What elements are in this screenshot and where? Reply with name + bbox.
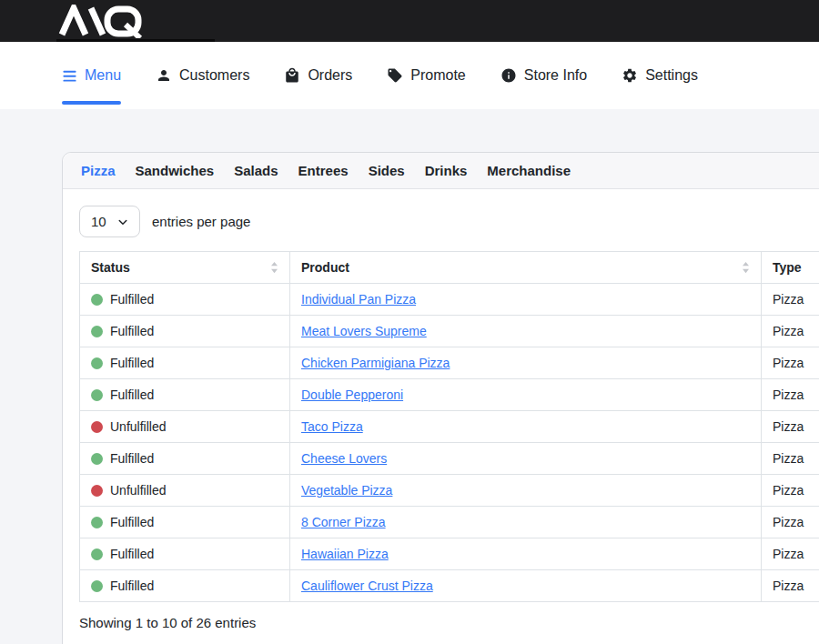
nav-item-orders[interactable]: Orders [284, 42, 352, 109]
table-row: Fulfilled 8 Corner Pizza Pizza [80, 507, 819, 538]
product-cell: Cheese Lovers [290, 443, 762, 475]
tab-entrees[interactable]: Entrees [298, 163, 349, 178]
status-label: Fulfilled [110, 579, 154, 593]
nav-item-label: Orders [308, 67, 352, 84]
nav-item-label: Customers [179, 67, 249, 84]
product-link[interactable]: Chicken Parmigiana Pizza [301, 356, 450, 370]
hamburger-icon [62, 68, 77, 84]
nav-item-label: Promote [410, 67, 465, 84]
type-cell: Pizza [762, 347, 819, 379]
nav-item-settings[interactable]: Settings [622, 42, 698, 109]
type-cell: Pizza [762, 475, 819, 507]
tab-pizza[interactable]: Pizza [81, 163, 116, 178]
product-cell: Individual Pan Pizza [290, 284, 762, 316]
status-cell: Fulfilled [80, 443, 290, 475]
type-cell: Pizza [762, 570, 819, 602]
product-link[interactable]: 8 Corner Pizza [301, 515, 386, 529]
status-label: Fulfilled [110, 451, 154, 466]
status-cell: Fulfilled [80, 507, 290, 538]
status-dot-icon [91, 453, 103, 465]
nav-item-customers[interactable]: Customers [156, 42, 249, 109]
tag-icon [387, 67, 403, 84]
product-link[interactable]: Hawaiian Pizza [301, 547, 389, 561]
nav-item-menu[interactable]: Menu [62, 42, 121, 109]
nav-item-label: Store Info [524, 67, 587, 84]
status-dot-icon [91, 294, 103, 306]
chevron-down-icon [117, 216, 128, 227]
product-link[interactable]: Cheese Lovers [301, 451, 387, 466]
info-circle-icon [500, 67, 517, 84]
page-size-row: 10 entries per page [79, 206, 819, 237]
pagination-summary: Showing 1 to 10 of 26 entries [79, 615, 819, 630]
page-content: Pizza Sandwiches Salads Entrees Sides Dr… [0, 109, 819, 644]
product-link[interactable]: Cauliflower Crust Pizza [301, 579, 433, 593]
status-label: Fulfilled [110, 547, 154, 561]
column-header-label: Product [301, 260, 349, 275]
nav-item-store-info[interactable]: Store Info [500, 42, 587, 109]
status-dot-icon [91, 389, 103, 401]
tab-drinks[interactable]: Drinks [425, 163, 468, 178]
product-link[interactable]: Meat Lovers Supreme [301, 324, 427, 338]
gear-icon [622, 67, 638, 84]
page-size-select[interactable]: 10 [79, 206, 140, 237]
type-cell: Pizza [762, 538, 819, 570]
status-dot-icon [91, 421, 103, 433]
column-header-status[interactable]: Status [80, 252, 290, 284]
product-link[interactable]: Individual Pan Pizza [301, 292, 416, 307]
shopping-bag-icon [284, 67, 300, 84]
column-header-product[interactable]: Product [290, 252, 762, 284]
status-dot-icon [91, 326, 103, 337]
type-cell: Pizza [762, 443, 819, 475]
sort-icon[interactable] [742, 261, 750, 274]
product-cell: 8 Corner Pizza [290, 507, 762, 538]
sort-icon[interactable] [270, 261, 278, 274]
product-cell: Cauliflower Crust Pizza [290, 570, 762, 602]
status-cell: Fulfilled [80, 379, 290, 411]
status-cell: Fulfilled [80, 570, 290, 602]
type-cell: Pizza [762, 316, 819, 347]
status-cell: Fulfilled [80, 538, 290, 570]
column-header-type[interactable]: Type [762, 252, 819, 284]
table-row: Fulfilled Meat Lovers Supreme Pizza [80, 316, 819, 347]
product-link[interactable]: Taco Pizza [301, 419, 363, 434]
nav-item-promote[interactable]: Promote [387, 42, 465, 109]
entries-per-page-label: entries per page [152, 214, 250, 229]
status-label: Fulfilled [110, 356, 154, 370]
menu-card: Pizza Sandwiches Salads Entrees Sides Dr… [62, 152, 819, 644]
product-cell: Chicken Parmigiana Pizza [290, 347, 762, 379]
column-header-label: Status [91, 260, 130, 275]
table-row: Fulfilled Double Pepperoni Pizza [80, 379, 819, 411]
tab-merchandise[interactable]: Merchandise [487, 163, 571, 178]
person-icon [156, 67, 172, 84]
status-dot-icon [91, 548, 103, 560]
table-body: Fulfilled Individual Pan Pizza Pizza Ful… [80, 284, 819, 602]
product-link[interactable]: Double Pepperoni [301, 387, 403, 402]
table-row: Fulfilled Cauliflower Crust Pizza Pizza [80, 570, 819, 602]
main-nav: Menu Customers Orders Promote Store Info… [0, 42, 819, 109]
products-table: Status Product [79, 251, 819, 602]
tab-sides[interactable]: Sides [369, 163, 405, 178]
status-cell: Unfulfilled [80, 411, 290, 443]
table-row: Unfulfilled Taco Pizza Pizza [80, 411, 819, 443]
status-dot-icon [91, 580, 103, 592]
status-dot-icon [91, 517, 103, 528]
tab-sandwiches[interactable]: Sandwiches [136, 163, 215, 178]
status-cell: Unfulfilled [80, 475, 290, 507]
type-cell: Pizza [762, 507, 819, 538]
column-header-label: Type [773, 260, 802, 275]
nav-item-label: Menu [85, 67, 121, 84]
tab-salads[interactable]: Salads [234, 163, 278, 178]
product-cell: Double Pepperoni [290, 379, 762, 411]
top-bar [0, 0, 819, 42]
status-label: Fulfilled [110, 324, 154, 338]
table-row: Unfulfilled Vegetable Pizza Pizza [80, 475, 819, 507]
product-link[interactable]: Vegetable Pizza [301, 483, 392, 498]
type-cell: Pizza [762, 284, 819, 316]
status-cell: Fulfilled [80, 316, 290, 347]
type-cell: Pizza [762, 411, 819, 443]
product-cell: Taco Pizza [290, 411, 762, 443]
table-header-row: Status Product [80, 252, 819, 284]
card-body: 10 entries per page Status [63, 189, 819, 644]
nav-item-label: Settings [645, 67, 698, 84]
table-row: Fulfilled Hawaiian Pizza Pizza [80, 538, 819, 570]
